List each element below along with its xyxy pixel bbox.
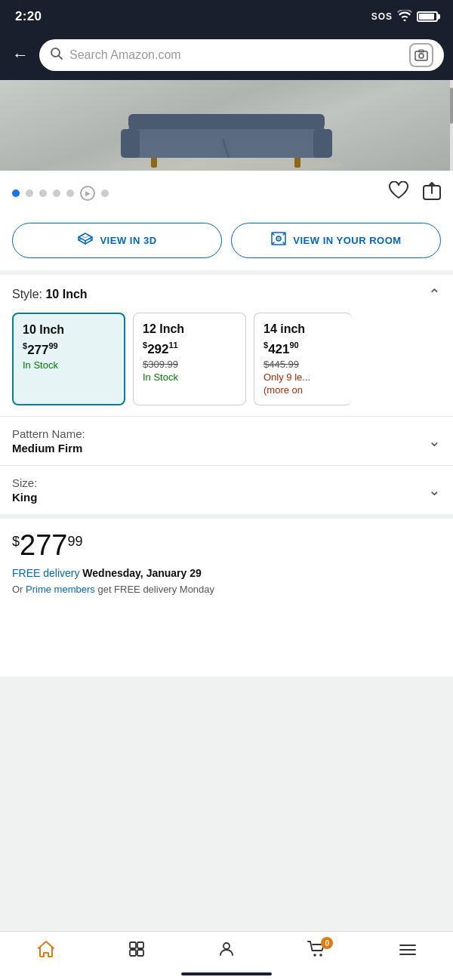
style-card-stock: In Stock (23, 359, 115, 371)
svg-point-24 (313, 954, 316, 957)
search-bar[interactable]: Search Amazon.com (39, 39, 444, 71)
battery-icon (417, 11, 438, 22)
svg-rect-20 (137, 942, 143, 948)
size-label: Size: (12, 476, 428, 489)
status-icons: SOS (371, 10, 438, 24)
svg-point-25 (319, 954, 322, 957)
prime-prefix: Or (12, 584, 26, 595)
nav-lists[interactable] (128, 940, 146, 963)
pattern-name-label: Pattern Name: (12, 427, 428, 440)
svg-rect-9 (128, 114, 325, 129)
size-row[interactable]: Size: King ⌄ (0, 465, 453, 514)
svg-point-3 (419, 54, 424, 58)
image-dots: ▶ (12, 186, 388, 201)
scrollbar[interactable] (450, 80, 453, 171)
size-value: King (12, 491, 428, 504)
nav-cart[interactable]: 0 (307, 940, 327, 963)
dot-2[interactable] (26, 190, 33, 197)
menu-icon (399, 941, 417, 962)
dot-3[interactable] (39, 190, 47, 197)
svg-rect-21 (130, 950, 136, 956)
dot-1[interactable] (12, 190, 20, 197)
style-card-10inch[interactable]: 10 Inch $27799 In Stock (12, 313, 125, 405)
view-3d-icon (77, 232, 94, 249)
svg-rect-22 (137, 950, 143, 956)
view-in-room-label: VIEW IN YOUR ROOM (293, 235, 401, 246)
delivery-row: FREE delivery Wednesday, January 29 (12, 567, 441, 579)
status-bar: 2:20 SOS (0, 0, 453, 33)
sos-icon: SOS (371, 11, 393, 22)
back-button[interactable]: ← (9, 42, 32, 68)
svg-point-5 (109, 159, 344, 171)
view-3d-label: VIEW IN 3D (100, 235, 156, 246)
style-header: Style: 10 Inch ⌃ (12, 285, 441, 313)
prime-suffix: get FREE delivery Monday (95, 584, 214, 595)
delivery-date: Wednesday, January 29 (82, 567, 201, 579)
product-image (0, 80, 453, 171)
style-card-stock: In Stock (143, 371, 236, 383)
style-cards-container: 10 Inch $27799 In Stock 12 Inch $29211 $… (12, 313, 441, 416)
style-card-price: $27799 (23, 341, 115, 358)
style-card-14inch[interactable]: 14 inch $42190 $445.99 Only 9 le... (mor… (254, 313, 352, 405)
svg-rect-2 (415, 51, 427, 60)
dot-4[interactable] (53, 190, 60, 197)
share-button[interactable] (423, 181, 441, 205)
camera-search-button[interactable] (409, 43, 433, 67)
price-amount: 277 (20, 531, 67, 559)
svg-line-1 (59, 55, 63, 59)
home-icon (36, 939, 56, 963)
nav-home[interactable] (36, 939, 56, 963)
svg-rect-13 (121, 129, 140, 158)
free-delivery-link[interactable]: FREE delivery (12, 567, 79, 579)
style-card-title: 12 Inch (143, 322, 236, 336)
svg-rect-10 (134, 139, 221, 158)
size-chevron: ⌄ (428, 481, 441, 499)
style-section: Style: 10 Inch ⌃ 10 Inch $27799 In Stock… (0, 275, 453, 416)
home-indicator (181, 972, 272, 975)
cart-badge-count: 0 (321, 937, 333, 949)
style-card-price: $42190 (263, 341, 343, 357)
view-3d-button[interactable]: VIEW IN 3D (12, 223, 222, 258)
style-card-title: 14 inch (263, 322, 343, 336)
svg-rect-11 (230, 139, 317, 158)
style-card-price: $29211 (143, 341, 236, 357)
search-icon (50, 47, 63, 64)
dot-video[interactable]: ▶ (80, 186, 95, 201)
search-input-placeholder: Search Amazon.com (69, 48, 403, 62)
status-time: 2:20 (15, 9, 42, 24)
ar-buttons-row: VIEW IN 3D VIEW IN YOUR ROOM (0, 215, 453, 270)
pattern-name-value: Medium Firm (12, 442, 428, 455)
svg-point-23 (223, 943, 230, 949)
view-in-room-button[interactable]: VIEW IN YOUR ROOM (231, 223, 441, 258)
pattern-name-chevron: ⌄ (428, 432, 441, 450)
nav-menu[interactable] (399, 941, 417, 962)
style-collapse-button[interactable]: ⌃ (428, 285, 441, 304)
svg-rect-14 (313, 129, 332, 158)
style-card-12inch[interactable]: 12 Inch $29211 $309.99 In Stock (133, 313, 246, 405)
main-price: $ 277 99 (12, 531, 441, 559)
dot-5[interactable] (66, 190, 74, 197)
prime-delivery-row: Or Prime members get FREE delivery Monda… (12, 584, 441, 595)
price-cents: 99 (67, 534, 82, 550)
style-card-stock: Only 9 le... (263, 371, 343, 383)
style-card-old-price: $445.99 (263, 359, 343, 370)
lists-icon (128, 940, 146, 963)
wifi-icon (397, 10, 412, 24)
nav-account[interactable] (217, 940, 236, 963)
view-ar-icon (270, 231, 287, 250)
svg-rect-19 (130, 942, 136, 948)
prime-members-link[interactable]: Prime members (26, 584, 95, 595)
style-selected-value: 10 Inch (45, 288, 87, 300)
action-icons (388, 181, 441, 205)
style-card-stock-more: (more on (263, 384, 343, 396)
image-controls-row: ▶ (0, 171, 453, 215)
wishlist-button[interactable] (388, 181, 409, 205)
style-label: Style: (12, 288, 42, 300)
dot-7[interactable] (101, 190, 109, 197)
pattern-name-row[interactable]: Pattern Name: Medium Firm ⌄ (0, 416, 453, 465)
account-icon (217, 940, 236, 963)
price-section: $ 277 99 FREE delivery Wednesday, Januar… (0, 514, 453, 676)
style-card-title: 10 Inch (23, 323, 115, 337)
product-image-area (0, 80, 453, 171)
price-dollar-sign: $ (12, 534, 20, 550)
